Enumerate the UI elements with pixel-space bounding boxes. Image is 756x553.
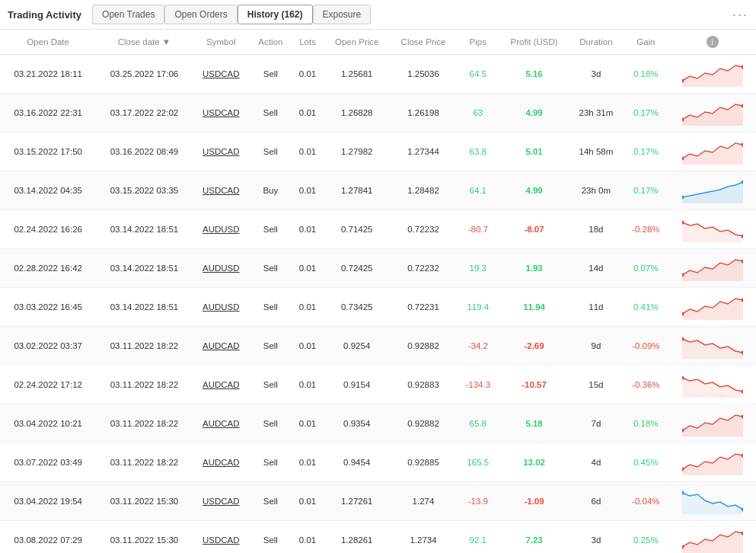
table-row: 03.14.2022 04:3503.15.2022 03:35USDCADBu… xyxy=(0,171,756,210)
symbol-cell[interactable]: USDCAD xyxy=(193,94,250,133)
info-icon[interactable]: i xyxy=(707,36,719,48)
col-header-close-price: Close Price xyxy=(390,30,457,55)
col-header-chart: i xyxy=(668,30,756,55)
gain-cell: -0.09% xyxy=(623,327,668,366)
close-price-cell: 1.27344 xyxy=(390,133,457,171)
symbol-cell[interactable]: USDCAD xyxy=(193,482,250,521)
open-price-cell: 0.72425 xyxy=(324,249,390,288)
duration-cell: 4d xyxy=(569,443,624,482)
symbol-cell[interactable]: USDCAD xyxy=(193,521,250,554)
open-price-cell: 1.27982 xyxy=(324,133,390,171)
mini-chart xyxy=(682,292,743,320)
duration-cell: 18d xyxy=(569,210,624,249)
symbol-cell[interactable]: USDCAD xyxy=(193,171,250,210)
tab-open-trades[interactable]: Open Trades xyxy=(92,5,164,24)
table-row: 03.16.2022 22:3103.17.2022 22:02USDCADSe… xyxy=(0,94,756,133)
mini-chart xyxy=(682,254,743,281)
col-header-open-date: Open Date xyxy=(0,30,96,55)
mini-chart xyxy=(682,409,743,436)
duration-cell: 3d xyxy=(569,521,624,554)
open-price-cell: 1.27261 xyxy=(324,482,390,521)
mini-chart xyxy=(682,176,743,203)
symbol-cell[interactable]: USDCAD xyxy=(193,55,250,94)
pips-cell: 64.1 xyxy=(457,171,499,210)
open-date-cell: 02.24.2022 16:26 xyxy=(0,210,96,249)
symbol-cell[interactable]: AUDUSD xyxy=(193,249,250,288)
open-date-cell: 03.07.2022 03:49 xyxy=(0,443,96,482)
table-header: Open DateClose date ▼SymbolActionLotsOpe… xyxy=(0,30,756,55)
page-title: Trading Activity xyxy=(8,9,81,21)
mini-chart xyxy=(682,215,743,242)
close-date-cell: 03.16.2022 08:49 xyxy=(96,133,192,171)
symbol-cell[interactable]: AUDCAD xyxy=(193,327,250,366)
open-date-cell: 03.04.2022 19:54 xyxy=(0,482,96,521)
open-date-cell: 03.08.2022 07:29 xyxy=(0,521,96,554)
close-date-cell: 03.11.2022 18:22 xyxy=(96,366,192,404)
close-date-cell: 03.14.2022 18:51 xyxy=(96,288,192,327)
pips-cell: 92.1 xyxy=(457,521,499,554)
close-price-cell: 1.274 xyxy=(390,482,457,521)
gain-cell: 0.17% xyxy=(623,94,668,133)
lots-cell: 0.01 xyxy=(292,171,324,210)
lots-cell: 0.01 xyxy=(292,521,324,554)
open-price-cell: 1.26828 xyxy=(324,94,390,133)
trading-activity-container: Trading Activity Open TradesOpen OrdersH… xyxy=(0,0,756,553)
more-button[interactable]: ··· xyxy=(732,7,748,23)
pips-cell: 19.3 xyxy=(457,249,499,288)
col-header-pips: Pips xyxy=(457,30,499,55)
symbol-cell[interactable]: USDCAD xyxy=(193,133,250,171)
duration-cell: 9d xyxy=(569,327,624,366)
open-price-cell: 1.28261 xyxy=(324,521,390,554)
close-date-cell: 03.14.2022 18:51 xyxy=(96,249,192,288)
mini-chart xyxy=(682,448,743,475)
profit-cell: 5.18 xyxy=(499,404,569,443)
action-cell: Sell xyxy=(250,327,292,366)
close-price-cell: 0.92885 xyxy=(390,443,457,482)
pips-cell: 63.8 xyxy=(457,133,499,171)
open-price-cell: 0.9254 xyxy=(324,327,390,366)
tab-open-orders[interactable]: Open Orders xyxy=(164,5,237,24)
symbol-cell[interactable]: AUDUSD xyxy=(193,288,250,327)
symbol-cell[interactable]: AUDCAD xyxy=(193,366,250,404)
pips-cell: 119.4 xyxy=(457,288,499,327)
chart-cell xyxy=(668,404,756,443)
mini-chart xyxy=(682,526,743,553)
tab-history[interactable]: History (162) xyxy=(238,5,313,24)
col-header-action: Action xyxy=(250,30,292,55)
pips-cell: 63 xyxy=(457,94,499,133)
duration-cell: 23h 31m xyxy=(569,94,624,133)
symbol-cell[interactable]: AUDUSD xyxy=(193,210,250,249)
col-header-close-date[interactable]: Close date ▼ xyxy=(96,30,192,55)
action-cell: Sell xyxy=(250,55,292,94)
tab-bar: Trading Activity Open TradesOpen OrdersH… xyxy=(0,0,756,30)
close-date-cell: 03.15.2022 03:35 xyxy=(96,171,192,210)
gain-cell: 0.17% xyxy=(623,133,668,171)
chart-cell xyxy=(668,521,756,554)
duration-cell: 14d xyxy=(569,249,624,288)
gain-cell: 0.41% xyxy=(623,288,668,327)
duration-cell: 15d xyxy=(569,366,624,404)
table-row: 02.24.2022 16:2603.14.2022 18:51AUDUSDSe… xyxy=(0,210,756,249)
profit-cell: -2.69 xyxy=(499,327,569,366)
symbol-cell[interactable]: AUDCAD xyxy=(193,404,250,443)
profit-cell: -1.09 xyxy=(499,482,569,521)
tab-exposure[interactable]: Exposure xyxy=(313,5,372,24)
close-price-cell: 0.92883 xyxy=(390,366,457,404)
close-date-cell: 03.25.2022 17:06 xyxy=(96,55,192,94)
profit-cell: 1.93 xyxy=(499,249,569,288)
chart-cell xyxy=(668,210,756,249)
chart-cell xyxy=(668,443,756,482)
table-row: 03.02.2022 03:3703.11.2022 18:22AUDCADSe… xyxy=(0,327,756,366)
gain-cell: -0.36% xyxy=(623,366,668,404)
close-price-cell: 0.72231 xyxy=(390,288,457,327)
close-date-cell: 03.17.2022 22:02 xyxy=(96,94,192,133)
symbol-cell[interactable]: AUDCAD xyxy=(193,443,250,482)
col-header-symbol: Symbol xyxy=(193,30,250,55)
close-date-cell: 03.14.2022 18:51 xyxy=(96,210,192,249)
col-header-duration: Duration xyxy=(569,30,624,55)
pips-cell: -34.2 xyxy=(457,327,499,366)
profit-cell: 5.16 xyxy=(499,55,569,94)
action-cell: Sell xyxy=(250,521,292,554)
open-date-cell: 03.02.2022 03:37 xyxy=(0,327,96,366)
mini-chart xyxy=(682,137,743,165)
